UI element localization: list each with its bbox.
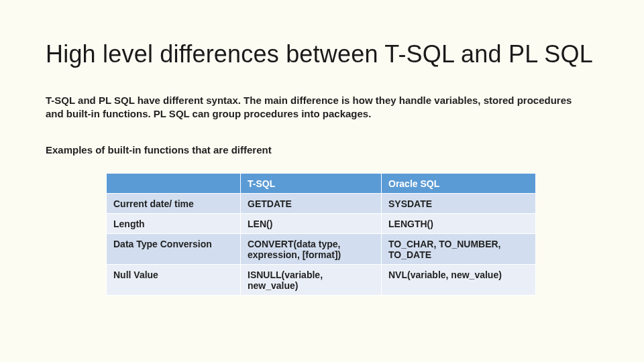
cell-tsql: ISNULL(variable, new_value): [241, 264, 382, 295]
row-label: Length: [107, 213, 241, 233]
table-row: Current date/ time GETDATE SYSDATE: [107, 193, 536, 213]
row-label: Current date/ time: [107, 193, 241, 213]
cell-tsql: LEN(): [241, 213, 382, 233]
cell-oracle: LENGTH(): [382, 213, 536, 233]
cell-tsql: CONVERT(data type, expression, [format]): [241, 233, 382, 264]
cell-oracle: NVL(variable, new_value): [382, 264, 536, 295]
slide: High level differences between T-SQL and…: [0, 0, 644, 296]
cell-oracle: SYSDATE: [382, 193, 536, 213]
table-header-row: T-SQL Oracle SQL: [107, 173, 536, 193]
header-tsql: T-SQL: [241, 173, 382, 193]
cell-oracle: TO_CHAR, TO_NUMBER, TO_DATE: [382, 233, 536, 264]
row-label: Null Value: [107, 264, 241, 295]
examples-subhead: Examples of built-in functions that are …: [46, 144, 598, 156]
table-row: Data Type Conversion CONVERT(data type, …: [107, 233, 536, 264]
table-row: Null Value ISNULL(variable, new_value) N…: [107, 264, 536, 295]
cell-tsql: GETDATE: [241, 193, 382, 213]
page-title: High level differences between T-SQL and…: [46, 40, 598, 68]
header-blank: [107, 173, 241, 193]
row-label: Data Type Conversion: [107, 233, 241, 264]
comparison-table-wrap: T-SQL Oracle SQL Current date/ time GETD…: [106, 173, 535, 296]
table-row: Length LEN() LENGTH(): [107, 213, 536, 233]
comparison-table: T-SQL Oracle SQL Current date/ time GETD…: [106, 173, 536, 296]
header-oracle: Oracle SQL: [382, 173, 536, 193]
intro-paragraph: T-SQL and PL SQL have different syntax. …: [46, 94, 582, 121]
